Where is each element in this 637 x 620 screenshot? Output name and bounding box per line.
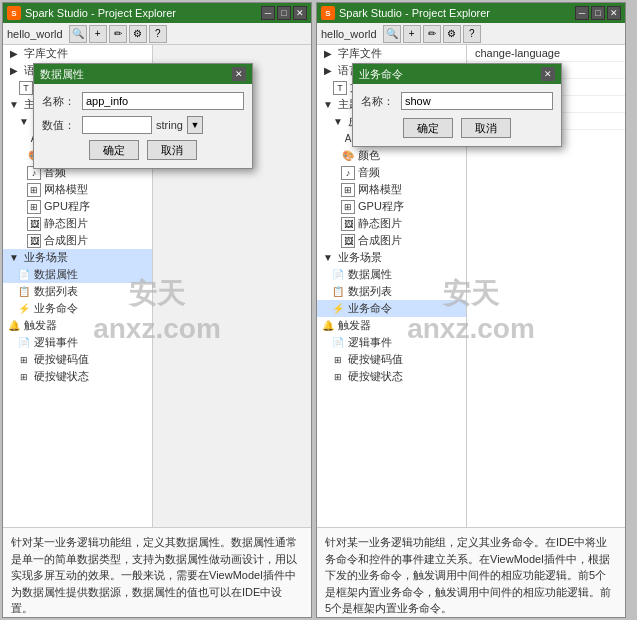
composite-icon: 🖼 [341,234,355,248]
tree-item-scene[interactable]: ▼ 业务场景 [3,249,152,266]
right-name-input[interactable] [401,92,553,110]
left-type-dropdown-btn[interactable]: ▼ [187,116,203,134]
tree-item-mesh[interactable]: ⊞ 网格模型 [3,181,152,198]
right-tree-audio[interactable]: ♪ 音频 [317,164,466,181]
right-maximize-btn[interactable]: □ [591,6,605,20]
left-type-label: string [156,119,183,131]
left-dialog-buttons: 确定 取消 [42,140,244,160]
left-bottom-text: 针对某一业务逻辑功能组，定义其数据属性。数据属性通常是单一的简单数据类型，支持为… [3,527,311,617]
left-toolbar: hello_world 🔍 + ✏ ⚙ ? [3,23,311,45]
tree-item-composite-img[interactable]: 🖼 合成图片 [3,232,152,249]
left-maximize-btn[interactable]: □ [277,6,291,20]
left-confirm-btn[interactable]: 确定 [89,140,139,160]
left-settings-btn[interactable]: ⚙ [129,25,147,43]
left-app-icon: S [7,6,21,20]
image-icon: 🖼 [27,217,41,231]
right-add-btn[interactable]: + [403,25,421,43]
right-search-btn[interactable]: 🔍 [383,25,401,43]
left-value-row: 数值： string ▼ [42,116,244,134]
left-close-btn[interactable]: ✕ [293,6,307,20]
tree-item-library[interactable]: ▶ 字库文件 [3,45,152,62]
tree-item-gpu[interactable]: ⊞ GPU程序 [3,198,152,215]
right-tree-static-img[interactable]: 🖼 静态图片 [317,215,466,232]
left-value-label: 数值： [42,118,78,133]
folder-icon: ▶ [7,47,21,61]
keycode-icon: ⊞ [331,353,345,367]
right-tree-data-list[interactable]: 📋 数据列表 [317,283,466,300]
left-edit-btn[interactable]: ✏ [109,25,127,43]
tree-item-data-list[interactable]: 📋 数据列表 [3,283,152,300]
right-title-bar: S Spark Studio - Project Explorer ─ □ ✕ [317,3,625,23]
folder-icon: ▶ [321,47,335,61]
right-app-icon: S [321,6,335,20]
keycode-icon: ⊞ [17,353,31,367]
right-tree-color[interactable]: 🎨 颜色 [317,147,466,164]
tree-item-keystate[interactable]: ⊞ 硬按键状态 [3,368,152,385]
left-name-label: 名称： [42,94,78,109]
text-icon: T [19,81,33,95]
left-value-input[interactable] [82,116,152,134]
right-dialog-title: 业务命令 ✕ [353,64,561,84]
right-tree-command[interactable]: ⚡ 业务命令 [317,300,466,317]
tree-item-logic-event[interactable]: 📄 逻辑事件 [3,334,152,351]
right-dialog-close-btn[interactable]: ✕ [541,67,555,81]
composite-icon: 🖼 [27,234,41,248]
right-dialog-body: 名称： 确定 取消 [353,84,561,146]
tree-item-command[interactable]: ⚡ 业务命令 [3,300,152,317]
command-icon: ⚡ [331,302,345,316]
tree-item-trigger[interactable]: 🔔 触发器 [3,317,152,334]
left-dialog: 数据属性 ✕ 名称： 数值： string ▼ 确定 取消 [33,63,253,169]
right-tree-library[interactable]: ▶ 字库文件 [317,45,466,62]
right-cancel-btn[interactable]: 取消 [461,118,511,138]
right-window: S Spark Studio - Project Explorer ─ □ ✕ … [316,2,626,618]
folder-icon: ▶ [321,64,335,78]
left-name-row: 名称： [42,92,244,110]
right-tree-gpu[interactable]: ⊞ GPU程序 [317,198,466,215]
right-edit-btn[interactable]: ✏ [423,25,441,43]
left-minimize-btn[interactable]: ─ [261,6,275,20]
right-tree-trigger[interactable]: 🔔 触发器 [317,317,466,334]
event-icon: 📄 [331,336,345,350]
right-title-left: S Spark Studio - Project Explorer [321,6,490,20]
folder-icon: ▼ [17,115,31,129]
right-help-btn[interactable]: ? [463,25,481,43]
left-dialog-close-btn[interactable]: ✕ [232,67,246,81]
mesh-icon: ⊞ [341,183,355,197]
left-cancel-btn[interactable]: 取消 [147,140,197,160]
prop-icon: 📄 [17,268,31,282]
folder-icon: ▼ [7,98,21,112]
left-title-left: S Spark Studio - Project Explorer [7,6,176,20]
right-tree-scene[interactable]: ▼ 业务场景 [317,249,466,266]
left-search-btn[interactable]: 🔍 [69,25,87,43]
right-settings-btn[interactable]: ⚙ [443,25,461,43]
right-tree-keycode[interactable]: ⊞ 硬按键码值 [317,351,466,368]
trigger-icon: 🔔 [7,319,21,333]
folder-icon: ▼ [321,251,335,265]
audio-icon: ♪ [341,166,355,180]
right-close-btn[interactable]: ✕ [607,6,621,20]
left-name-input[interactable] [82,92,244,110]
right-minimize-btn[interactable]: ─ [575,6,589,20]
right-dialog-buttons: 确定 取消 [361,118,553,138]
tree-item-data-prop[interactable]: 📄 数据属性 [3,266,152,283]
right-bottom-text: 针对某一业务逻辑功能组，定义其业务命令。在IDE中将业务命令和控件的事件建立关系… [317,527,625,617]
right-project-name: hello_world [321,28,377,40]
left-help-btn[interactable]: ? [149,25,167,43]
folder-icon: ▼ [331,115,345,129]
tree-item-static-img[interactable]: 🖼 静态图片 [3,215,152,232]
right-tree-composite[interactable]: 🖼 合成图片 [317,232,466,249]
right-confirm-btn[interactable]: 确定 [403,118,453,138]
keystate-icon: ⊞ [17,370,31,384]
list-icon: 📋 [17,285,31,299]
right-tree-keystate[interactable]: ⊞ 硬按键状态 [317,368,466,385]
right-tree-event[interactable]: 📄 逻辑事件 [317,334,466,351]
right-tree-data-prop[interactable]: 📄 数据属性 [317,266,466,283]
left-add-btn[interactable]: + [89,25,107,43]
tree-item-keycode[interactable]: ⊞ 硬按键码值 [3,351,152,368]
cmd-change-language[interactable]: change-language [467,45,625,62]
right-tree-mesh[interactable]: ⊞ 网格模型 [317,181,466,198]
folder-icon: ▶ [7,64,21,78]
left-dialog-title: 数据属性 ✕ [34,64,252,84]
right-title-text: Spark Studio - Project Explorer [339,7,490,19]
image-icon: 🖼 [341,217,355,231]
